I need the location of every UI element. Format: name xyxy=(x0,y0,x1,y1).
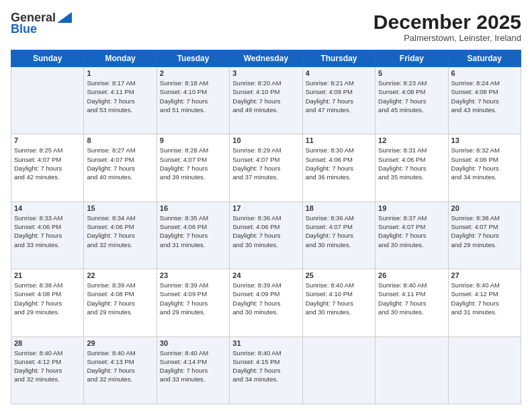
table-row: 3Sunrise: 8:20 AM Sunset: 4:10 PM Daylig… xyxy=(230,67,302,134)
table-row: 2Sunrise: 8:18 AM Sunset: 4:10 PM Daylig… xyxy=(157,67,229,134)
day-number: 24 xyxy=(232,271,299,279)
day-info: Sunrise: 8:31 AM Sunset: 4:06 PM Dayligh… xyxy=(378,146,445,181)
logo: General Blue xyxy=(11,11,72,36)
calendar-week-row: 7Sunrise: 8:25 AM Sunset: 4:07 PM Daylig… xyxy=(11,134,521,201)
day-number: 21 xyxy=(14,271,81,279)
day-number: 29 xyxy=(87,339,153,347)
table-row: 8Sunrise: 8:27 AM Sunset: 4:07 PM Daylig… xyxy=(84,134,157,201)
table-row: 22Sunrise: 8:39 AM Sunset: 4:08 PM Dayli… xyxy=(84,269,157,336)
table-row: 30Sunrise: 8:40 AM Sunset: 4:14 PM Dayli… xyxy=(157,336,229,404)
day-info: Sunrise: 8:27 AM Sunset: 4:07 PM Dayligh… xyxy=(87,146,153,181)
table-row: 16Sunrise: 8:35 AM Sunset: 4:06 PM Dayli… xyxy=(157,201,229,269)
day-number: 4 xyxy=(306,69,372,77)
day-info: Sunrise: 8:24 AM Sunset: 4:08 PM Dayligh… xyxy=(451,79,518,114)
table-row: 11Sunrise: 8:30 AM Sunset: 4:06 PM Dayli… xyxy=(302,134,375,201)
day-number: 31 xyxy=(232,339,299,347)
table-row: 9Sunrise: 8:28 AM Sunset: 4:07 PM Daylig… xyxy=(157,134,229,201)
table-row: 29Sunrise: 8:40 AM Sunset: 4:13 PM Dayli… xyxy=(84,336,157,404)
day-number: 7 xyxy=(14,136,81,144)
location: Palmerstown, Leinster, Ireland xyxy=(373,33,521,43)
day-number: 25 xyxy=(306,271,372,279)
table-row: 15Sunrise: 8:34 AM Sunset: 4:06 PM Dayli… xyxy=(84,201,157,269)
calendar-day-header: Thursday xyxy=(302,50,375,67)
day-number: 11 xyxy=(306,136,372,144)
day-info: Sunrise: 8:38 AM Sunset: 4:07 PM Dayligh… xyxy=(451,214,518,249)
day-number: 5 xyxy=(378,69,445,77)
table-row: 20Sunrise: 8:38 AM Sunset: 4:07 PM Dayli… xyxy=(448,201,521,269)
day-info: Sunrise: 8:28 AM Sunset: 4:07 PM Dayligh… xyxy=(160,146,226,181)
calendar-day-header: Saturday xyxy=(448,50,521,67)
day-info: Sunrise: 8:40 AM Sunset: 4:13 PM Dayligh… xyxy=(87,349,153,384)
day-info: Sunrise: 8:30 AM Sunset: 4:06 PM Dayligh… xyxy=(306,146,372,181)
table-row: 6Sunrise: 8:24 AM Sunset: 4:08 PM Daylig… xyxy=(448,67,521,134)
calendar-table: SundayMondayTuesdayWednesdayThursdayFrid… xyxy=(11,50,521,404)
day-info: Sunrise: 8:20 AM Sunset: 4:10 PM Dayligh… xyxy=(232,79,299,114)
calendar-week-row: 28Sunrise: 8:40 AM Sunset: 4:12 PM Dayli… xyxy=(11,336,521,404)
logo-blue: Blue xyxy=(11,22,37,36)
day-number: 9 xyxy=(160,136,226,144)
page-container: General Blue December 2025 Palmerstown, … xyxy=(0,0,532,411)
day-info: Sunrise: 8:36 AM Sunset: 4:07 PM Dayligh… xyxy=(306,214,372,249)
day-info: Sunrise: 8:39 AM Sunset: 4:09 PM Dayligh… xyxy=(232,281,299,316)
day-info: Sunrise: 8:23 AM Sunset: 4:08 PM Dayligh… xyxy=(378,79,445,114)
table-row: 26Sunrise: 8:40 AM Sunset: 4:11 PM Dayli… xyxy=(375,269,448,336)
calendar-day-header: Wednesday xyxy=(230,50,302,67)
day-number: 13 xyxy=(451,136,518,144)
table-row: 14Sunrise: 8:33 AM Sunset: 4:06 PM Dayli… xyxy=(11,201,84,269)
day-number: 26 xyxy=(378,271,445,279)
day-number: 19 xyxy=(378,204,445,212)
day-number: 6 xyxy=(451,69,518,77)
calendar-day-header: Sunday xyxy=(11,50,84,67)
day-number: 22 xyxy=(87,271,153,279)
table-row: 23Sunrise: 8:39 AM Sunset: 4:09 PM Dayli… xyxy=(157,269,229,336)
header: General Blue December 2025 Palmerstown, … xyxy=(11,11,521,43)
calendar-day-header: Friday xyxy=(375,50,448,67)
day-info: Sunrise: 8:18 AM Sunset: 4:10 PM Dayligh… xyxy=(160,79,226,114)
table-row: 17Sunrise: 8:36 AM Sunset: 4:06 PM Dayli… xyxy=(230,201,302,269)
calendar-day-header: Tuesday xyxy=(157,50,229,67)
day-info: Sunrise: 8:38 AM Sunset: 4:08 PM Dayligh… xyxy=(14,281,81,316)
table-row: 10Sunrise: 8:29 AM Sunset: 4:07 PM Dayli… xyxy=(230,134,302,201)
table-row xyxy=(448,336,521,404)
logo-icon xyxy=(57,12,72,23)
day-info: Sunrise: 8:40 AM Sunset: 4:10 PM Dayligh… xyxy=(306,281,372,316)
table-row: 4Sunrise: 8:21 AM Sunset: 4:09 PM Daylig… xyxy=(302,67,375,134)
calendar-week-row: 1Sunrise: 8:17 AM Sunset: 4:11 PM Daylig… xyxy=(11,67,521,134)
day-info: Sunrise: 8:40 AM Sunset: 4:15 PM Dayligh… xyxy=(232,349,299,384)
day-info: Sunrise: 8:33 AM Sunset: 4:06 PM Dayligh… xyxy=(14,214,81,249)
day-number: 10 xyxy=(232,136,299,144)
day-info: Sunrise: 8:32 AM Sunset: 4:06 PM Dayligh… xyxy=(451,146,518,181)
table-row: 31Sunrise: 8:40 AM Sunset: 4:15 PM Dayli… xyxy=(230,336,302,404)
table-row xyxy=(11,67,84,134)
svg-marker-0 xyxy=(57,12,72,23)
table-row: 19Sunrise: 8:37 AM Sunset: 4:07 PM Dayli… xyxy=(375,201,448,269)
calendar-week-row: 14Sunrise: 8:33 AM Sunset: 4:06 PM Dayli… xyxy=(11,201,521,269)
table-row: 18Sunrise: 8:36 AM Sunset: 4:07 PM Dayli… xyxy=(302,201,375,269)
table-row xyxy=(302,336,375,404)
day-info: Sunrise: 8:40 AM Sunset: 4:11 PM Dayligh… xyxy=(378,281,445,316)
day-info: Sunrise: 8:29 AM Sunset: 4:07 PM Dayligh… xyxy=(232,146,299,181)
table-row: 21Sunrise: 8:38 AM Sunset: 4:08 PM Dayli… xyxy=(11,269,84,336)
day-number: 3 xyxy=(232,69,299,77)
day-number: 15 xyxy=(87,204,153,212)
title-block: December 2025 Palmerstown, Leinster, Ire… xyxy=(373,11,521,43)
day-info: Sunrise: 8:25 AM Sunset: 4:07 PM Dayligh… xyxy=(14,146,81,181)
day-info: Sunrise: 8:35 AM Sunset: 4:06 PM Dayligh… xyxy=(160,214,226,249)
day-number: 23 xyxy=(160,271,226,279)
day-info: Sunrise: 8:21 AM Sunset: 4:09 PM Dayligh… xyxy=(306,79,372,114)
day-info: Sunrise: 8:39 AM Sunset: 4:08 PM Dayligh… xyxy=(87,281,153,316)
day-number: 16 xyxy=(160,204,226,212)
day-number: 1 xyxy=(87,69,153,77)
table-row xyxy=(375,336,448,404)
table-row: 24Sunrise: 8:39 AM Sunset: 4:09 PM Dayli… xyxy=(230,269,302,336)
day-info: Sunrise: 8:37 AM Sunset: 4:07 PM Dayligh… xyxy=(378,214,445,249)
day-info: Sunrise: 8:34 AM Sunset: 4:06 PM Dayligh… xyxy=(87,214,153,249)
table-row: 27Sunrise: 8:40 AM Sunset: 4:12 PM Dayli… xyxy=(448,269,521,336)
day-number: 8 xyxy=(87,136,153,144)
table-row: 5Sunrise: 8:23 AM Sunset: 4:08 PM Daylig… xyxy=(375,67,448,134)
day-number: 28 xyxy=(14,339,81,347)
calendar-week-row: 21Sunrise: 8:38 AM Sunset: 4:08 PM Dayli… xyxy=(11,269,521,336)
day-info: Sunrise: 8:39 AM Sunset: 4:09 PM Dayligh… xyxy=(160,281,226,316)
day-info: Sunrise: 8:36 AM Sunset: 4:06 PM Dayligh… xyxy=(232,214,299,249)
calendar-header-row: SundayMondayTuesdayWednesdayThursdayFrid… xyxy=(11,50,521,67)
